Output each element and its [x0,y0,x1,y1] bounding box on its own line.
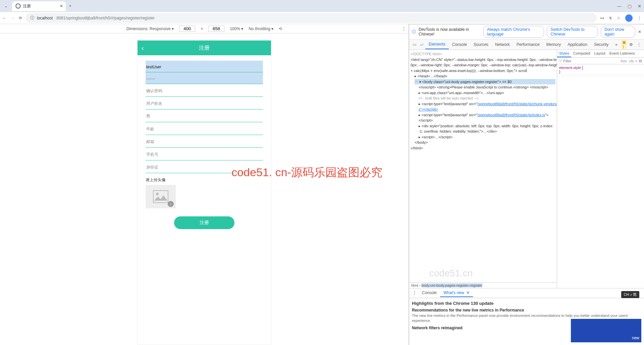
browser-titlebar: ⌄ 注册 ✕ + — ▢ ✕ [0,0,644,12]
drawer-tab-console[interactable]: Console [419,289,440,297]
drawer-headline: Highlights from the Chrome 130 update [412,301,641,306]
phone-field[interactable]: 手机号 [146,148,263,160]
idcard-field[interactable]: 身份证 [146,160,263,173]
styles-filter-input[interactable] [563,59,619,63]
upload-label: 请上传头像 [146,177,263,183]
page-header: ‹ 注册 [138,41,271,55]
cls-button[interactable]: .cls [628,59,634,63]
url-path: :8081/springboot8jba9/front/h5/#/pages/r… [55,16,155,20]
browser-tab[interactable]: 注册 ✕ [12,1,66,11]
upload-plus-icon: ↑ [168,201,174,207]
new-tab-button[interactable]: + [69,4,71,8]
tab-elements[interactable]: Elements [425,40,449,49]
device-width-input[interactable] [179,25,195,32]
confirm-password-field[interactable]: 确认密码 [146,84,263,97]
event-listeners-tab[interactable]: Event Listeners [607,50,637,57]
breadcrumbs[interactable]: html › body.uni-body.pages-register-regi… [409,282,557,288]
tab-security[interactable]: Security [591,40,612,49]
dimensions-select[interactable]: Dimensions: Responsive ▾ [126,26,174,31]
device-more-icon[interactable]: ⋮ [402,26,406,31]
back-icon[interactable]: ‹ [142,44,144,52]
tab-performance[interactable]: Performance [513,40,543,49]
tab-search-icon[interactable]: ⌄ [3,4,9,8]
svg-point-0 [16,4,20,8]
user-name-field[interactable]: 用户姓名 [146,97,263,110]
reload-button[interactable]: ⟳ [19,16,22,20]
username-field[interactable]: testUser [146,61,263,72]
tab-sources[interactable]: Sources [470,40,492,49]
throttling-select[interactable]: No throttling ▾ [249,26,273,31]
devtools-tabs: ▭ ▱ Elements Console Sources Network Per… [409,40,644,50]
svg-point-2 [156,193,159,195]
device-height-input[interactable] [208,25,224,32]
rotate-icon[interactable]: ⟲ [279,26,282,31]
promo-video[interactable]: new [571,319,641,342]
extension-icon[interactable]: ↯ [609,16,612,20]
register-button[interactable]: 注册 [174,216,234,229]
back-button[interactable]: ← [3,16,7,20]
password-field[interactable]: ········ [146,72,263,84]
url-host: localhost [37,16,53,20]
devtools-drawer: ⋮ Console What's new ✕ Highlights from t… [409,288,644,345]
tab-memory[interactable]: Memory [543,40,564,49]
tab-application[interactable]: Application [564,40,591,49]
site-info-icon[interactable]: ⓘ [30,15,34,21]
age-field[interactable]: 年龄 [146,122,263,135]
banner-text: DevTools is now available in Chinese! [419,27,478,37]
avatar-upload[interactable]: ↑ [146,185,176,208]
computed-tab[interactable]: Computed [571,50,592,57]
email-field[interactable]: 邮箱 [146,135,263,148]
tab-network[interactable]: Network [492,40,513,49]
zoom-select[interactable]: 100% ▾ [230,26,243,31]
maximize-button[interactable]: ▢ [628,4,632,9]
close-window-button[interactable]: ✕ [638,4,641,9]
minimize-button[interactable]: — [617,4,622,9]
browser-menu-icon[interactable]: ⋮ [637,16,641,20]
tabs-overflow-icon[interactable]: » [612,40,621,49]
favicon-icon [15,3,21,9]
profile-avatar[interactable] [625,14,633,22]
device-toolbar: Dimensions: Responsive ▾ × 100% ▾ No thr… [0,24,409,33]
hov-button[interactable]: :hov [620,59,627,63]
forward-button[interactable]: → [11,16,15,20]
devtools-language-banner: ⓘ DevTools is now available in Chinese! … [409,24,644,40]
drawer-tab-whatsnew[interactable]: What's new ✕ [440,289,473,297]
banner-close-icon[interactable]: ✕ [638,29,641,34]
ime-indicator[interactable]: CH ♪ 简 [621,291,640,298]
match-language-button[interactable]: Always match Chrome's language [483,26,544,38]
new-rule-icon[interactable]: + [635,59,637,63]
svg-rect-1 [153,191,168,203]
switch-chinese-button[interactable]: Switch DevTools to Chinese [547,26,598,38]
styles-rules[interactable]: element.style {}</span><span class="sel2… [557,64,644,288]
gender-field[interactable]: 男 [146,110,263,122]
password-icon[interactable]: ⊶ [600,16,604,20]
bookmark-icon[interactable]: ☆ [617,16,621,20]
url-input[interactable]: ⓘ localhost:8081/springboot8jba9/front/h… [25,13,597,23]
device-toggle-icon[interactable]: ▱ [418,41,425,48]
inspect-icon[interactable]: ▭ [411,41,418,48]
dont-show-button[interactable]: Don't show again [601,26,635,38]
close-tab-icon[interactable]: ✕ [60,4,63,8]
layout-tab[interactable]: Layout [592,50,607,57]
image-placeholder-icon [152,190,169,203]
recommendation-title: Recommendations for the new live metrics… [412,308,641,313]
info-icon: ⓘ [412,29,416,35]
page-title: 注册 [199,45,210,52]
address-bar: ← → ⟳ ⓘ localhost:8081/springboot8jba9/f… [0,12,644,24]
tab-console[interactable]: Console [449,40,470,49]
drawer-menu-icon[interactable]: ⋮ [411,289,419,297]
styles-tab[interactable]: Styles [557,50,571,57]
tab-title: 注册 [23,3,31,9]
settings-icon[interactable]: ⚙ [627,41,635,48]
filter-icon: ▽ [559,59,562,63]
dom-tree[interactable]: <!DOCTYPE html><html lang="zh-CN" style=… [409,50,557,282]
emulated-device: ‹ 注册 testUser ········ 确认密码 用户姓名 男 年龄 邮箱… [137,40,271,345]
styles-more-icon[interactable]: ▤ [639,59,642,63]
issues-badge[interactable]: ▣ 1 [621,40,627,50]
devtools-menu-icon[interactable]: ⋮ [635,41,643,48]
